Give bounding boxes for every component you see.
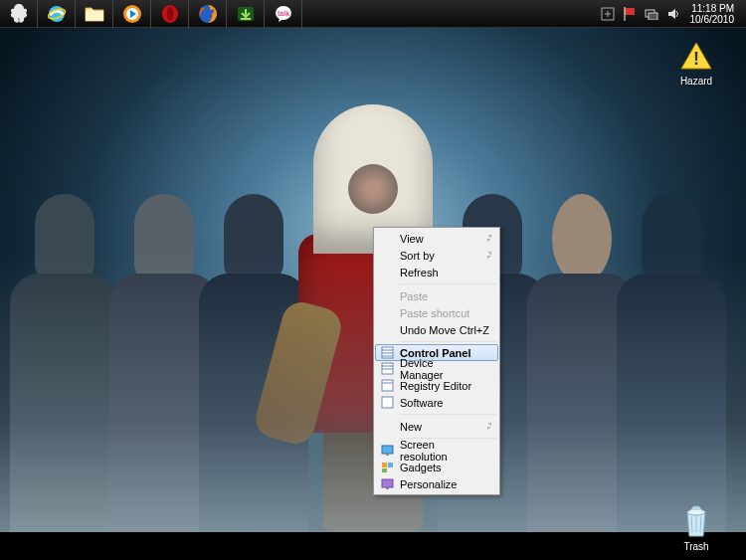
wmp-icon[interactable]: [113, 0, 151, 28]
volume-icon[interactable]: [664, 5, 682, 23]
svg-rect-33: [382, 463, 387, 467]
taskbar: talk 11:18 PM 10/6/2010: [0, 0, 746, 28]
svg-text:!: !: [693, 49, 699, 69]
shortcut-label: Ctrl+Z: [460, 324, 489, 336]
taskbar-left: talk: [0, 0, 302, 27]
svg-rect-19: [649, 13, 657, 20]
svg-text:talk: talk: [277, 10, 288, 17]
flag-icon[interactable]: [621, 5, 639, 23]
menu-gadgets[interactable]: Gadgets: [376, 459, 497, 475]
menu-view[interactable]: View: [376, 230, 497, 247]
system-tray: 11:18 PM 10/6/2010: [597, 0, 747, 27]
control-panel-icon: [380, 346, 394, 360]
menu-device-manager[interactable]: Device Manager: [376, 360, 497, 377]
device-manager-icon: [380, 362, 394, 376]
svg-rect-3: [86, 11, 103, 21]
registry-icon: [380, 379, 394, 393]
gadgets-icon: [380, 461, 394, 474]
svg-rect-35: [382, 468, 387, 472]
menu-separator: [400, 341, 496, 342]
svg-rect-0: [18, 18, 20, 22]
idm-icon[interactable]: [227, 0, 265, 28]
menu-personalize[interactable]: Personalize: [376, 475, 497, 492]
clock[interactable]: 11:18 PM 10/6/2010: [684, 3, 741, 25]
date-text: 10/6/2010: [690, 14, 735, 25]
menu-software[interactable]: Software: [376, 394, 497, 411]
hazard-shortcut[interactable]: ! Hazard: [666, 38, 726, 87]
time-text: 11:18 PM: [690, 3, 735, 14]
start-button[interactable]: [0, 0, 38, 28]
monitor-icon: [380, 444, 394, 458]
personalize-icon: [380, 477, 394, 491]
svg-rect-31: [382, 446, 393, 454]
bottom-bar: [0, 532, 746, 560]
menu-sort-by[interactable]: Sort by: [376, 247, 497, 264]
software-icon: [380, 396, 394, 410]
svg-rect-10: [241, 18, 251, 20]
svg-rect-32: [386, 454, 389, 456]
menu-separator: [400, 414, 496, 415]
menu-undo-move[interactable]: Undo MoveCtrl+Z: [376, 321, 497, 338]
menu-separator: [400, 283, 496, 284]
svg-rect-30: [382, 397, 393, 408]
desktop[interactable]: ! Hazard View Sort by Refresh Paste Past…: [0, 28, 746, 532]
menu-screen-resolution[interactable]: Screen resolution: [376, 442, 497, 459]
trash-label: Trash: [666, 541, 726, 552]
svg-rect-37: [386, 487, 389, 489]
svg-rect-16: [625, 8, 635, 15]
explorer-icon[interactable]: [76, 0, 113, 28]
menu-new[interactable]: New: [376, 418, 497, 435]
menu-paste-shortcut: Paste shortcut: [376, 304, 497, 321]
svg-rect-28: [382, 380, 393, 391]
gtalk-icon[interactable]: talk: [265, 0, 302, 28]
ie-icon[interactable]: [38, 0, 76, 28]
trash-icon: [678, 503, 714, 539]
opera-icon[interactable]: [151, 0, 189, 28]
menu-registry-editor[interactable]: Registry Editor: [376, 377, 497, 394]
trash-shortcut[interactable]: Trash: [666, 503, 726, 552]
desktop-context-menu: View Sort by Refresh Paste Paste shortcu…: [373, 227, 500, 495]
hazard-label: Hazard: [666, 76, 726, 87]
menu-refresh[interactable]: Refresh: [376, 264, 497, 280]
network-icon[interactable]: [643, 5, 660, 23]
svg-rect-36: [382, 479, 393, 487]
action-center-icon[interactable]: [599, 5, 617, 23]
svg-rect-34: [388, 463, 393, 467]
firefox-icon[interactable]: [189, 0, 227, 28]
warning-icon: !: [678, 38, 714, 74]
menu-paste: Paste: [376, 287, 497, 304]
svg-point-7: [166, 7, 173, 21]
